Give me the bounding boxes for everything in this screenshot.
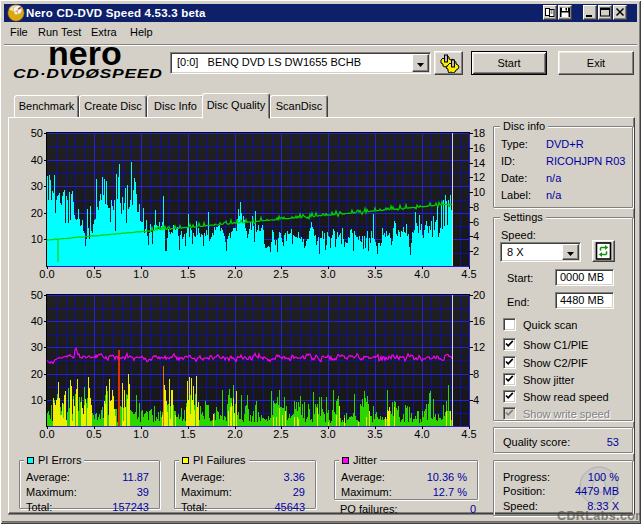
svg-text:2: 2 [473,245,479,257]
svg-text:16: 16 [473,315,485,327]
svg-text:4: 4 [473,394,479,406]
svg-text:10: 10 [473,186,485,198]
svg-text:2.0: 2.0 [227,428,242,440]
svg-text:1.0: 1.0 [133,428,148,440]
svg-text:18: 18 [473,127,485,139]
svg-text:3.0: 3.0 [320,428,335,440]
svg-text:3.0: 3.0 [320,268,335,280]
svg-text:8: 8 [473,368,479,380]
svg-text:3.5: 3.5 [367,428,382,440]
svg-text:50: 50 [31,127,43,139]
svg-text:2.0: 2.0 [227,268,242,280]
svg-text:40: 40 [31,154,43,166]
svg-text:8: 8 [473,201,479,213]
svg-text:2.5: 2.5 [273,268,288,280]
svg-text:1.5: 1.5 [180,268,195,280]
svg-text:16: 16 [473,142,485,154]
svg-text:4.0: 4.0 [414,268,429,280]
svg-text:0.0: 0.0 [39,428,54,440]
svg-text:50: 50 [31,289,43,301]
svg-text:12: 12 [473,171,485,183]
svg-text:4.5: 4.5 [461,268,476,280]
svg-text:10: 10 [31,394,43,406]
svg-text:3.5: 3.5 [367,268,382,280]
svg-text:40: 40 [31,315,43,327]
svg-text:4.0: 4.0 [414,428,429,440]
svg-text:6: 6 [473,216,479,228]
svg-text:12: 12 [473,341,485,353]
svg-text:30: 30 [31,180,43,192]
svg-text:2.5: 2.5 [273,428,288,440]
svg-text:1.5: 1.5 [180,428,195,440]
svg-text:10: 10 [31,233,43,245]
svg-text:20: 20 [473,289,485,301]
svg-text:0.5: 0.5 [86,268,101,280]
svg-text:30: 30 [31,341,43,353]
svg-text:14: 14 [473,157,485,169]
svg-text:4: 4 [473,230,479,242]
svg-text:0.5: 0.5 [86,428,101,440]
svg-text:20: 20 [31,368,43,380]
svg-text:20: 20 [31,207,43,219]
svg-text:1.0: 1.0 [133,268,148,280]
svg-text:0.0: 0.0 [39,268,54,280]
svg-text:4.5: 4.5 [461,428,476,440]
